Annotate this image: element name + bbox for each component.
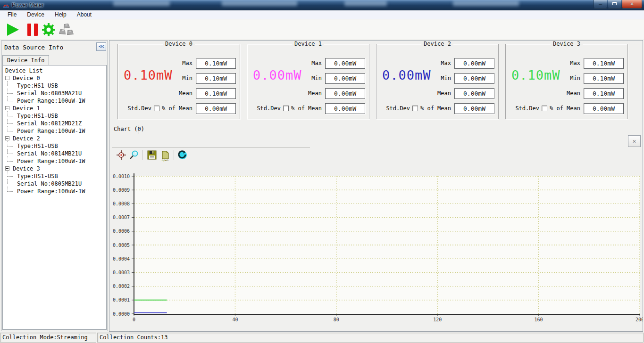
svg-text:120: 120 bbox=[433, 317, 442, 322]
toolbar-separator bbox=[174, 150, 174, 160]
mean-label: Mean bbox=[567, 90, 580, 97]
tree-item[interactable]: Power Range:100uW-1W bbox=[3, 188, 106, 195]
collapse-box-icon[interactable] bbox=[5, 106, 9, 110]
pct-of-mean-checkbox[interactable] bbox=[542, 106, 547, 111]
zoom-button[interactable] bbox=[128, 149, 140, 161]
tab-chart-0[interactable]: Chart (0) bbox=[113, 125, 147, 133]
close-button[interactable]: ✕ bbox=[622, 0, 642, 8]
pct-of-mean-checkbox[interactable] bbox=[283, 106, 289, 111]
collapse-box-icon[interactable] bbox=[5, 166, 9, 171]
max-value: 0.10mW bbox=[196, 58, 236, 69]
tree-item[interactable]: Type:HS1-USB bbox=[3, 112, 106, 120]
tree-item[interactable]: Serial No:0805MB21U bbox=[3, 180, 106, 188]
app-icon bbox=[3, 2, 9, 8]
min-label: Min bbox=[311, 75, 322, 82]
collapse-chevrons-icon: << bbox=[99, 43, 104, 49]
svg-text:160: 160 bbox=[535, 317, 543, 322]
svg-text:0.0000: 0.0000 bbox=[113, 311, 130, 317]
collapse-box-icon[interactable] bbox=[5, 136, 9, 140]
crosshair-tracking-button[interactable] bbox=[116, 149, 127, 161]
svg-text:0.0001: 0.0001 bbox=[113, 297, 130, 302]
pause-icon bbox=[27, 24, 38, 36]
min-value: 0.00mW bbox=[454, 73, 494, 84]
menu-device[interactable]: Device bbox=[22, 10, 50, 19]
main-content: Device 0 0.10mW Max0.10mW Min0.10mW Mean… bbox=[109, 40, 643, 332]
menu-file[interactable]: File bbox=[2, 10, 22, 19]
start-button[interactable] bbox=[5, 22, 21, 38]
chart-panel-close-button[interactable]: × bbox=[628, 135, 641, 147]
pct-of-mean-checkbox[interactable] bbox=[154, 106, 159, 111]
mean-value: 0.10mW bbox=[196, 88, 236, 99]
device-2-panel: Device 2 0.00mW Max0.00mW Min0.00mW Mean… bbox=[376, 44, 499, 119]
refresh-button[interactable] bbox=[177, 149, 188, 161]
tab-device-info[interactable]: Device Info bbox=[2, 55, 49, 65]
save-floppy-icon bbox=[147, 150, 157, 160]
collapse-box-icon[interactable] bbox=[5, 76, 9, 80]
tree-item[interactable]: Type:HS1-USB bbox=[3, 142, 106, 150]
device-panel-title: Device 2 bbox=[421, 41, 453, 47]
play-icon bbox=[7, 24, 19, 36]
svg-text:0.0010: 0.0010 bbox=[113, 174, 130, 179]
mean-value: 0.10mW bbox=[584, 88, 624, 99]
minimize-button[interactable]: – bbox=[594, 0, 607, 8]
tree-item[interactable]: Power Range:100uW-1W bbox=[3, 97, 106, 105]
device-1-reading: 0.00mW bbox=[253, 68, 302, 82]
chart-svg: 0.00000.00010.00020.00030.00040.00050.00… bbox=[110, 168, 643, 331]
tree-item[interactable]: Serial No:0812MD21Z bbox=[3, 120, 106, 127]
maximize-button[interactable] bbox=[608, 0, 621, 8]
tree-device-3[interactable]: Device 3 bbox=[3, 165, 106, 172]
menu-about[interactable]: About bbox=[72, 10, 97, 19]
mean-label: Mean bbox=[437, 90, 451, 97]
tree-device-2[interactable]: Device 2 bbox=[3, 135, 106, 142]
tree-item[interactable]: Serial No:0803MA21U bbox=[3, 90, 106, 97]
minimize-icon: – bbox=[599, 0, 602, 7]
menu-help[interactable]: Help bbox=[50, 10, 72, 19]
min-value: 0.10mW bbox=[584, 73, 624, 84]
tree-item[interactable]: Power Range:100uW-1W bbox=[3, 157, 106, 165]
svg-text:0.0003: 0.0003 bbox=[113, 270, 130, 275]
svg-text:0: 0 bbox=[133, 317, 135, 322]
tree-item[interactable]: Type:HS1-USB bbox=[3, 82, 106, 90]
max-value: 0.00mW bbox=[454, 58, 494, 69]
pct-of-mean-checkbox[interactable] bbox=[412, 106, 418, 111]
tree-item[interactable]: Serial No:0814MB21U bbox=[3, 150, 106, 157]
stddev-value: 0.00mW bbox=[196, 103, 236, 114]
mean-value: 0.00mW bbox=[454, 88, 494, 99]
pause-button[interactable] bbox=[25, 22, 41, 38]
stddev-label: Std.Dev bbox=[127, 105, 151, 112]
close-x-icon: × bbox=[633, 138, 636, 145]
device-panel-title: Device 3 bbox=[551, 41, 583, 47]
titlebar: Power Meter – ✕ bbox=[0, 0, 644, 10]
magnifier-icon bbox=[129, 150, 139, 160]
tree-device-0[interactable]: Device 0 bbox=[3, 74, 106, 82]
device-3-reading: 0.10mW bbox=[511, 68, 560, 82]
titlebar-glass-highlight bbox=[222, 0, 297, 6]
tree-item[interactable]: Power Range:100uW-1W bbox=[3, 127, 106, 135]
tree-root[interactable]: Device List bbox=[3, 67, 106, 74]
tree-device-1[interactable]: Device 1 bbox=[3, 105, 106, 112]
stddev-label: Std.Dev bbox=[257, 105, 281, 112]
stddev-label: Std.Dev bbox=[386, 105, 410, 112]
max-label: Max bbox=[441, 60, 451, 66]
menubar: File Device Help About bbox=[0, 10, 644, 19]
min-value: 0.00mW bbox=[325, 73, 365, 84]
open-button[interactable]: open bbox=[159, 149, 171, 161]
titlebar-glass-highlight bbox=[453, 0, 519, 6]
settings-button[interactable] bbox=[41, 22, 57, 38]
min-label: Min bbox=[182, 75, 192, 82]
max-value: 0.00mW bbox=[325, 58, 365, 69]
sidebar-collapse-button[interactable]: << bbox=[96, 42, 106, 51]
stddev-value: 0.00mW bbox=[325, 103, 365, 114]
stddev-label: Std.Dev bbox=[515, 105, 539, 112]
window-title: Power Meter bbox=[12, 2, 44, 8]
devices-button[interactable] bbox=[59, 22, 75, 38]
chart-area[interactable]: 0.00000.00010.00020.00030.00040.00050.00… bbox=[110, 168, 643, 331]
min-label: Min bbox=[570, 75, 580, 82]
pct-of-mean-label: % of Mean bbox=[420, 105, 451, 112]
save-button[interactable] bbox=[146, 149, 158, 161]
tree-item[interactable]: Type:HS1-USB bbox=[3, 172, 106, 180]
max-label: Max bbox=[182, 60, 192, 66]
device-panel-title: Device 1 bbox=[292, 41, 324, 47]
svg-text:200: 200 bbox=[636, 317, 643, 322]
svg-text:0.0005: 0.0005 bbox=[113, 243, 130, 248]
